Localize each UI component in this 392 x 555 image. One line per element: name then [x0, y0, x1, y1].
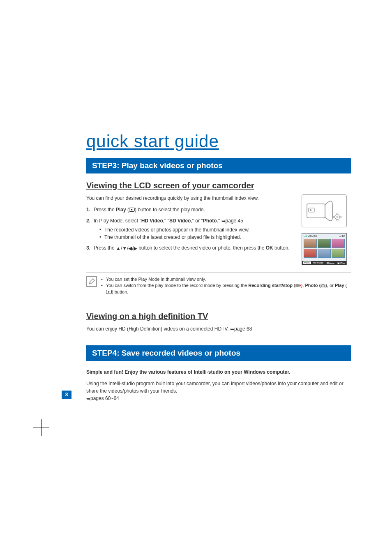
lcd-counter: 1/10: [339, 234, 345, 237]
lcd-play: ▣ Play: [337, 261, 345, 264]
tv-text: You can enjoy HD (High Definition) video…: [86, 325, 351, 333]
svg-point-5: [335, 215, 340, 220]
svg-point-6: [337, 216, 338, 218]
play-btn-label: Play: [335, 283, 344, 288]
play-label: Play: [116, 207, 126, 213]
svg-marker-14: [299, 284, 300, 287]
text: Using the Intelli-studio program built i…: [86, 381, 344, 394]
page-ref: page 45: [226, 218, 243, 224]
hd-video-label: HD Video: [141, 218, 163, 224]
note-2: You can switch from the play mode to the…: [101, 282, 351, 296]
page-number: 8: [62, 391, 71, 399]
quick-start-title: quick start guide: [86, 132, 351, 151]
text: (: [318, 283, 321, 288]
note-1: You can set the Play Mode in thumbnail v…: [101, 276, 351, 282]
sub-bullet-2: The thumbnail of the latest created or p…: [99, 234, 293, 241]
text: You can enjoy HD (High Definition) video…: [86, 326, 230, 332]
lcd-menu: Menu Play Mode: [303, 261, 323, 264]
svg-rect-2: [307, 204, 325, 218]
thumb-cell: [304, 239, 317, 248]
viewing-lcd-title: Viewing the LCD screen of your camcorder: [86, 181, 351, 190]
sub-bullet-1: The recorded videos or photos appear in …: [99, 227, 293, 234]
sd-video-label: SD Video: [169, 218, 191, 224]
text: Press the: [94, 207, 116, 213]
text: ) button to select the play mode.: [135, 207, 205, 213]
page-ref: pages 60~64: [90, 395, 119, 401]
text: You can switch from the play mode to the…: [106, 283, 248, 288]
photo-label: Photo: [203, 218, 217, 224]
step4-bold-intro: Simple and fun! Enjoy the various featur…: [86, 368, 351, 376]
dpad-icon: ▲/▼/◀/▶: [116, 245, 137, 252]
text: (: [293, 283, 295, 288]
viewing-tv-title: Viewing on a high definition TV: [86, 312, 351, 321]
text: ),: [301, 283, 305, 288]
lcd-time: 0:00:55: [304, 234, 317, 237]
record-icon: [295, 283, 301, 289]
text: ," or ": [191, 218, 203, 224]
svg-marker-1: [131, 209, 133, 210]
play-icon: [129, 206, 135, 214]
pencil-note-icon: [86, 276, 97, 287]
arrow-icon: ➥: [230, 326, 234, 333]
svg-rect-17: [322, 284, 324, 285]
thumb-cell: [318, 239, 331, 248]
text: (: [126, 207, 129, 213]
text: button to select the desired video or ph…: [137, 245, 266, 251]
thumb-cell: [304, 249, 317, 258]
note-box: You can set the Play Mode in thumbnail v…: [86, 273, 351, 299]
text: (: [344, 283, 347, 288]
step-2: In Play Mode, select "HD Video," "SD Vid…: [86, 217, 293, 241]
text: In Play Mode, select ": [94, 218, 141, 224]
svg-rect-11: [304, 235, 307, 237]
svg-point-10: [337, 220, 338, 221]
photo-btn-label: Photo: [305, 283, 318, 288]
camcorder-figure: [302, 194, 347, 227]
page-ref: page 68: [234, 326, 252, 332]
ok-label: OK: [266, 245, 273, 251]
lcd-move: ✥Move: [326, 261, 334, 264]
step-1: Press the Play () button to select the p…: [86, 206, 293, 214]
step-3: Press the ▲/▼/◀/▶ button to select the d…: [86, 244, 293, 252]
svg-point-8: [340, 216, 341, 218]
svg-line-12: [90, 282, 92, 283]
thumb-cell: [332, 249, 345, 258]
step3-bar: STEP3: Play back videos or photos: [86, 158, 351, 173]
lcd-preview: 0:00:55 1/10 Menu Play Mode ✥Move ▣ Play: [302, 233, 347, 265]
svg-rect-13: [295, 284, 299, 287]
svg-marker-4: [310, 209, 312, 211]
text: button.: [273, 245, 290, 251]
svg-point-18: [322, 285, 324, 287]
text: Press the: [94, 245, 116, 251]
camera-icon: [321, 283, 325, 289]
arrow-icon: ➥: [221, 217, 226, 225]
lcd-intro: You can find your desired recordings qui…: [86, 194, 293, 202]
text: .": [217, 218, 221, 224]
text: ) button.: [112, 289, 128, 294]
text: ," ": [163, 218, 169, 224]
text: ), or: [325, 283, 335, 288]
svg-marker-20: [108, 291, 110, 293]
thumb-cell: [332, 239, 345, 248]
step4-bar: STEP4: Save recorded videos or photos: [86, 345, 351, 361]
crop-mark: [33, 419, 49, 436]
play-icon: [106, 289, 112, 296]
arrow-icon: ➥: [86, 395, 90, 402]
thumb-cell: [318, 249, 331, 258]
rec-label: Recording start/stop: [248, 283, 293, 288]
step4-text: Using the Intelli-studio program built i…: [86, 380, 351, 402]
svg-point-7: [333, 216, 335, 218]
svg-point-9: [337, 213, 338, 215]
